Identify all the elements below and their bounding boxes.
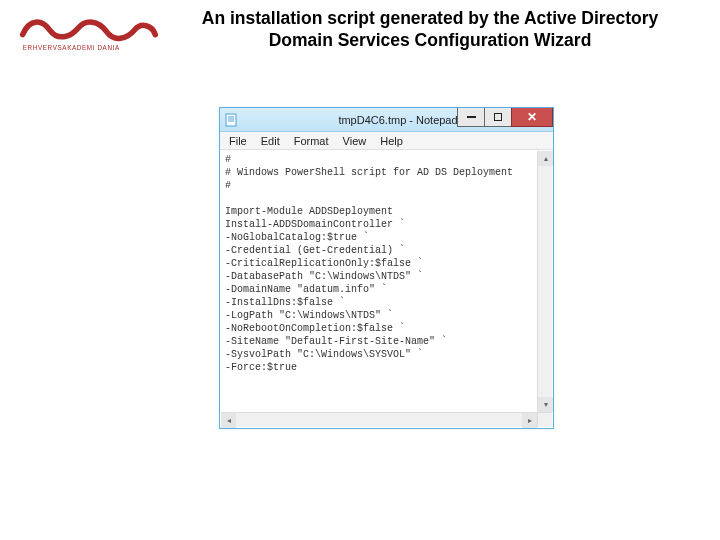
scroll-left-button[interactable]: ◂ [221, 413, 236, 428]
close-icon: ✕ [527, 111, 537, 123]
svg-rect-0 [226, 114, 236, 126]
minimize-icon [467, 116, 476, 118]
maximize-button[interactable] [484, 108, 512, 127]
scroll-up-button[interactable]: ▴ [538, 151, 553, 166]
brand-logo: ERHVERVSAKADEMI DANIA [18, 14, 160, 52]
editor-content[interactable]: # # Windows PowerShell script for AD DS … [221, 151, 552, 412]
notepad-window: tmpD4C6.tmp - Notepad ✕ File Edit Format… [219, 107, 554, 429]
close-button[interactable]: ✕ [511, 108, 553, 127]
menu-view[interactable]: View [336, 134, 374, 148]
minimize-button[interactable] [457, 108, 485, 127]
slide-title: An installation script generated by the … [170, 8, 690, 52]
vertical-scrollbar[interactable]: ▴ ▾ [537, 151, 552, 412]
chevron-right-icon: ▸ [528, 416, 532, 425]
menu-help[interactable]: Help [373, 134, 410, 148]
scroll-right-button[interactable]: ▸ [522, 413, 537, 428]
menu-file[interactable]: File [222, 134, 254, 148]
chevron-left-icon: ◂ [227, 416, 231, 425]
horizontal-scrollbar[interactable]: ◂ ▸ [221, 412, 537, 427]
window-titlebar[interactable]: tmpD4C6.tmp - Notepad ✕ [220, 108, 553, 132]
menu-bar: File Edit Format View Help [220, 132, 553, 150]
menu-format[interactable]: Format [287, 134, 336, 148]
window-title: tmpD4C6.tmp - Notepad [338, 114, 457, 126]
chevron-down-icon: ▾ [544, 400, 548, 409]
menu-edit[interactable]: Edit [254, 134, 287, 148]
notepad-icon [224, 113, 238, 127]
chevron-up-icon: ▴ [544, 154, 548, 163]
brand-subtext: ERHVERVSAKADEMI DANIA [23, 44, 120, 51]
maximize-icon [494, 113, 502, 121]
scrollbar-corner [537, 412, 552, 427]
scroll-down-button[interactable]: ▾ [538, 397, 553, 412]
